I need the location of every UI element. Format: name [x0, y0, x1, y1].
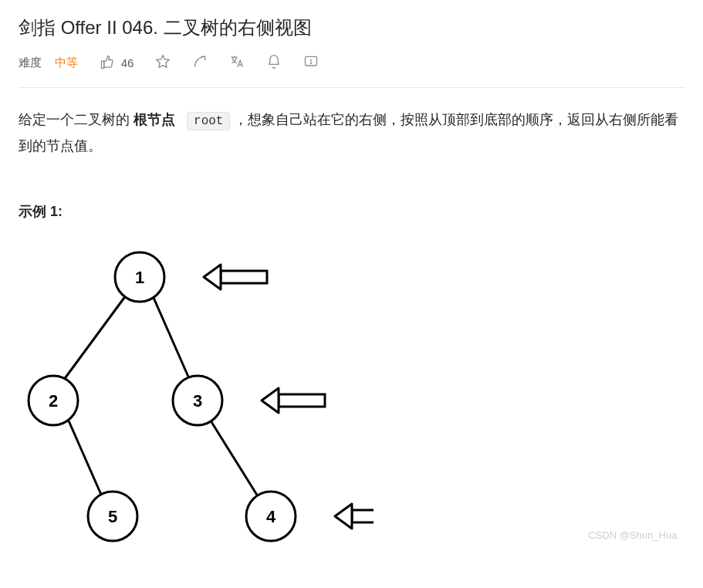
translate-icon [229, 54, 245, 72]
watermark: CSDN @Shun_Hua. [588, 526, 680, 546]
share-button[interactable] [192, 54, 208, 72]
description-paragraph: 给定一个二叉树的 根节点 root ，想象自己站在它的右侧，按照从顶部到底部的顺… [19, 106, 684, 160]
like-count: 46 [121, 56, 134, 69]
share-icon [192, 54, 208, 72]
svg-point-1 [311, 63, 312, 64]
edge-3-4 [205, 412, 265, 509]
difficulty: 难度 中等 [19, 56, 78, 70]
page-title: 剑指 Offer II 046. 二叉树的右侧视图 [19, 15, 684, 40]
feedback-icon [303, 54, 319, 72]
problem-description: 给定一个二叉树的 根节点 root ，想象自己站在它的右侧，按照从顶部到底部的顺… [19, 106, 684, 547]
tree-node-2: 2 [29, 376, 78, 425]
tree-svg: 1 2 3 5 4 [19, 238, 373, 547]
tree-node-3: 3 [173, 376, 222, 425]
tree-node-5: 5 [88, 492, 137, 541]
difficulty-label: 难度 [19, 56, 42, 69]
thumbs-up-icon [100, 54, 115, 72]
tree-node-4: 4 [246, 492, 296, 541]
favorite-button[interactable] [155, 54, 171, 72]
arrow-icon [204, 265, 267, 289]
meta-row: 难度 中等 46 [19, 54, 684, 88]
bell-icon [266, 54, 282, 72]
translate-button[interactable] [229, 54, 245, 72]
feedback-button[interactable] [303, 54, 319, 72]
svg-text:2: 2 [49, 390, 58, 410]
tree-diagram: 1 2 3 5 4 [19, 238, 684, 547]
desc-code: root [187, 112, 230, 130]
edge-1-3 [151, 292, 194, 389]
desc-text-a: 给定一个二叉树的 [19, 112, 134, 127]
like-button[interactable]: 46 [100, 54, 134, 72]
star-icon [155, 54, 171, 72]
arrow-icon [262, 388, 325, 413]
svg-text:4: 4 [266, 506, 276, 525]
edge-1-2 [57, 292, 128, 389]
arrow-icon [335, 504, 373, 529]
svg-text:1: 1 [135, 267, 144, 286]
desc-strong: 根节点 [134, 112, 175, 127]
svg-text:3: 3 [193, 390, 202, 410]
svg-text:5: 5 [108, 506, 117, 525]
difficulty-value: 中等 [55, 56, 78, 69]
example-heading: 示例 1: [19, 198, 684, 225]
tree-node-1: 1 [115, 252, 164, 302]
notification-button[interactable] [266, 54, 282, 72]
